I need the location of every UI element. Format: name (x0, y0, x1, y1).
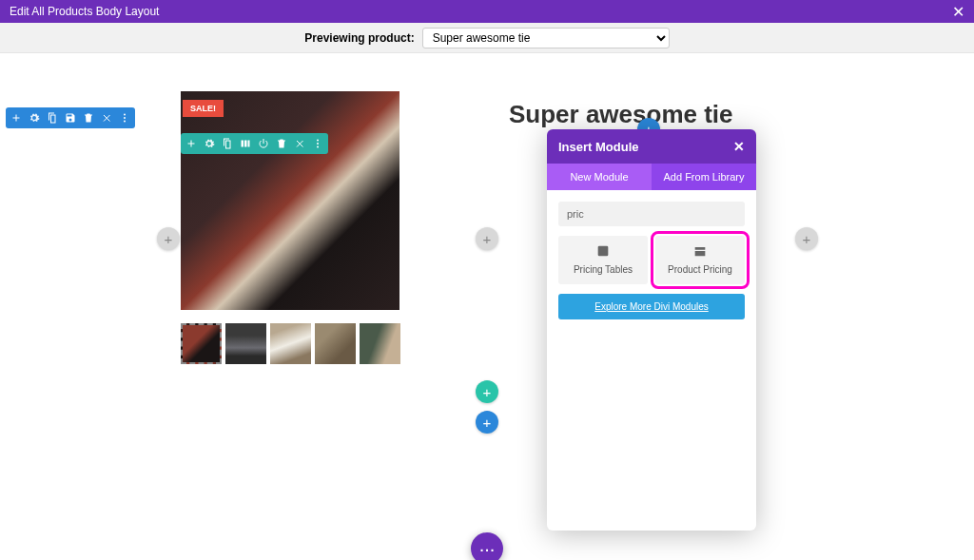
explore-modules-link[interactable]: Explore More Divi Modules (558, 294, 745, 319)
product-thumb[interactable] (181, 323, 222, 364)
module-toolbar (181, 133, 328, 154)
svg-point-7 (317, 143, 319, 145)
svg-point-6 (317, 140, 319, 142)
product-thumb[interactable] (270, 323, 311, 364)
close-icon[interactable]: ✕ (733, 139, 745, 154)
close-icon[interactable] (99, 110, 114, 126)
section-toolbar (6, 107, 135, 128)
product-thumb[interactable] (225, 323, 266, 364)
pricing-tables-icon (595, 243, 611, 259)
more-icon[interactable] (310, 136, 325, 151)
insert-module-modal: Insert Module ✕ New Module Add From Libr… (547, 129, 756, 531)
gear-icon[interactable] (202, 136, 217, 151)
trash-icon[interactable] (81, 110, 96, 126)
product-thumb[interactable] (360, 323, 400, 364)
add-column-button[interactable]: + (476, 227, 498, 250)
module-label: Pricing Tables (562, 264, 644, 275)
svg-point-1 (124, 117, 126, 119)
duplicate-icon[interactable] (45, 110, 60, 126)
close-icon[interactable]: ✕ (952, 3, 964, 21)
preview-label: Previewing product: (304, 31, 414, 45)
svg-rect-3 (242, 141, 244, 147)
svg-rect-5 (248, 141, 250, 147)
product-thumbnails (181, 323, 400, 364)
svg-point-0 (124, 114, 126, 116)
svg-point-8 (317, 146, 319, 148)
close-icon[interactable] (292, 136, 307, 151)
svg-rect-4 (244, 141, 247, 147)
tab-add-from-library[interactable]: Add From Library (652, 164, 756, 190)
modal-title: Insert Module (558, 140, 639, 154)
tab-new-module[interactable]: New Module (547, 164, 652, 190)
product-title: Super awesome tie (509, 100, 733, 129)
window-title: Edit All Products Body Layout (10, 5, 159, 18)
add-section-button[interactable]: + (476, 411, 498, 434)
module-pricing-tables[interactable]: Pricing Tables (558, 236, 648, 284)
power-icon[interactable] (256, 136, 271, 151)
product-thumb[interactable] (315, 323, 356, 364)
module-product-pricing[interactable]: Product Pricing (655, 236, 745, 284)
svg-point-2 (124, 121, 126, 123)
module-search-input[interactable] (558, 202, 745, 226)
more-icon[interactable] (117, 110, 132, 126)
gear-icon[interactable] (27, 110, 42, 126)
product-pricing-icon (692, 243, 708, 259)
floating-action-button[interactable]: ··· (471, 532, 503, 560)
module-label: Product Pricing (659, 264, 741, 275)
product-main-image[interactable] (181, 91, 399, 310)
save-icon[interactable] (63, 110, 78, 126)
modal-tabs: New Module Add From Library (547, 164, 756, 190)
duplicate-icon[interactable] (220, 136, 235, 151)
preview-product-select[interactable]: Super awesome tie (422, 28, 670, 48)
add-row-button[interactable]: + (476, 380, 498, 403)
columns-icon[interactable] (238, 136, 253, 151)
trash-icon[interactable] (274, 136, 289, 151)
plus-icon[interactable] (9, 110, 24, 126)
add-column-button[interactable]: + (795, 227, 818, 250)
sale-badge: SALE! (183, 100, 224, 117)
preview-bar: Previewing product: Super awesome tie (0, 23, 974, 53)
add-column-button[interactable]: + (157, 227, 180, 250)
svg-rect-12 (598, 246, 609, 257)
plus-icon[interactable] (184, 136, 199, 151)
